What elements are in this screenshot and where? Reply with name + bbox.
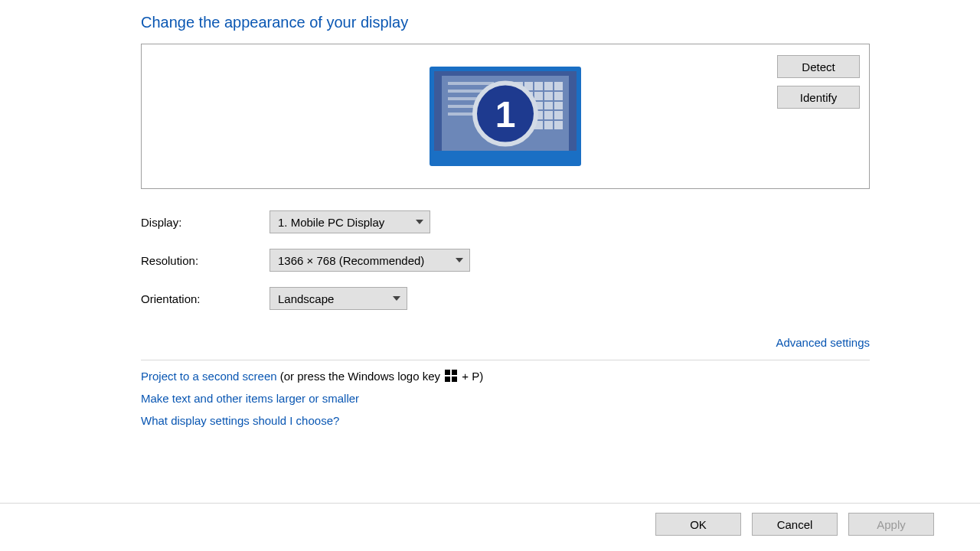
orientation-label: Orientation: [141, 292, 270, 305]
page-title: Change the appearance of your display [141, 14, 870, 31]
display-label: Display: [141, 216, 270, 229]
display-preview-area: 1 Detect Identify [141, 44, 870, 189]
orientation-dropdown[interactable]: Landscape [270, 287, 407, 310]
resolution-dropdown-value: 1366 × 768 (Recommended) [278, 254, 424, 267]
orientation-dropdown-value: Landscape [278, 292, 334, 305]
divider [141, 360, 870, 360]
advanced-settings-link[interactable]: Advanced settings [776, 336, 870, 349]
dialog-footer: OK Cancel Apply [0, 503, 980, 536]
display-dropdown[interactable]: 1. Mobile PC Display [270, 210, 430, 233]
resolution-label: Resolution: [141, 254, 270, 267]
project-second-screen-link[interactable]: Project to a second screen [141, 370, 277, 383]
chevron-down-icon [393, 296, 400, 301]
project-hint-text-b: + P) [459, 370, 483, 383]
ok-button[interactable]: OK [655, 513, 741, 536]
text-size-link[interactable]: Make text and other items larger or smal… [141, 392, 359, 405]
apply-button[interactable]: Apply [848, 513, 934, 536]
monitor-thumbnail[interactable]: 1 [430, 67, 581, 166]
monitor-number-badge: 1 [472, 81, 538, 147]
display-dropdown-value: 1. Mobile PC Display [278, 216, 384, 229]
detect-button[interactable]: Detect [777, 55, 860, 78]
resolution-dropdown[interactable]: 1366 × 768 (Recommended) [270, 249, 470, 272]
chevron-down-icon [456, 258, 463, 262]
display-help-link[interactable]: What display settings should I choose? [141, 414, 339, 427]
cancel-button[interactable]: Cancel [752, 513, 838, 536]
chevron-down-icon [416, 220, 423, 224]
windows-logo-icon [445, 370, 457, 382]
project-hint-text-a: (or press the Windows logo key [277, 370, 444, 383]
identify-button[interactable]: Identify [777, 86, 860, 109]
